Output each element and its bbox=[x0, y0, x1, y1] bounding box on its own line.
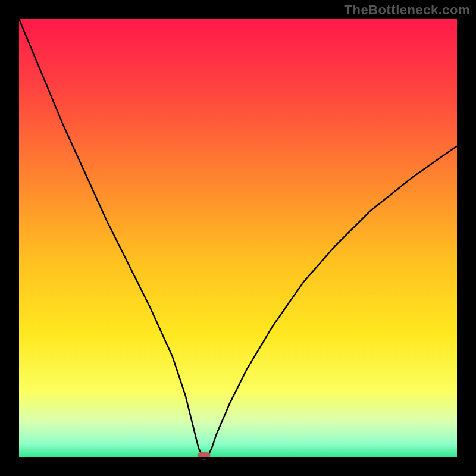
bottleneck-chart bbox=[0, 0, 476, 476]
watermark-text: TheBottleneck.com bbox=[345, 2, 470, 18]
svg-rect-2 bbox=[19, 19, 457, 457]
chart-container: TheBottleneck.com bbox=[0, 0, 476, 476]
